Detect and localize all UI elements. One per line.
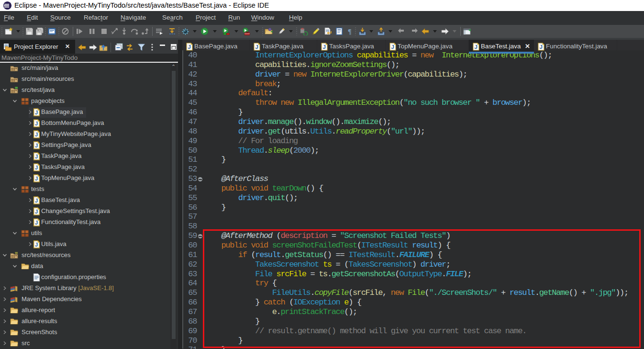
svg-text:J: J <box>475 44 477 50</box>
svg-text:J: J <box>35 219 38 225</box>
svg-text:¶: ¶ <box>348 28 352 35</box>
svg-text:J: J <box>35 109 38 115</box>
svg-text:J: J <box>35 175 38 181</box>
svg-text:J: J <box>540 44 543 50</box>
svg-text:J: J <box>323 44 326 50</box>
svg-text:J: J <box>35 197 38 203</box>
svg-text:J: J <box>35 142 38 148</box>
svg-text:J: J <box>35 208 38 214</box>
svg-text:J: J <box>35 164 38 170</box>
svg-text:J: J <box>35 120 38 126</box>
svg-text:J: J <box>35 131 38 137</box>
svg-text:J: J <box>391 44 394 50</box>
svg-text:J: J <box>188 44 191 50</box>
svg-text:J: J <box>35 241 38 247</box>
svg-text:J: J <box>255 44 258 50</box>
svg-text:J: J <box>35 153 38 159</box>
